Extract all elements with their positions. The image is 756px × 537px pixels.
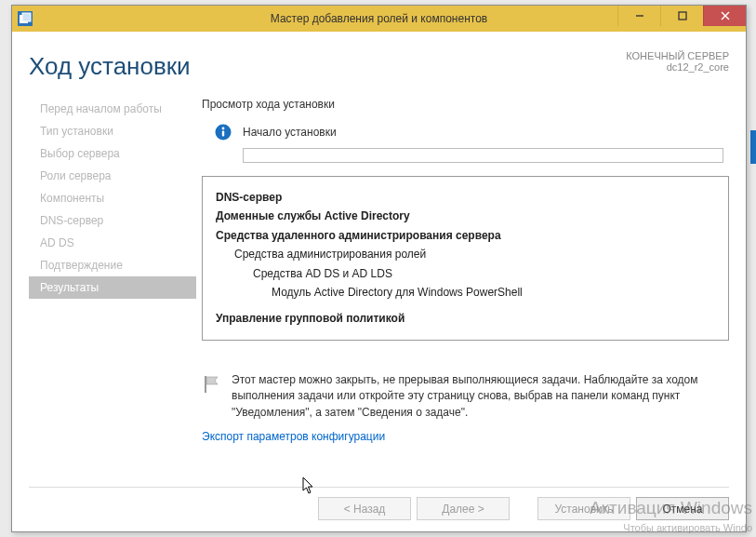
detail-line: Модуль Active Directory для Windows Powe… — [216, 283, 715, 302]
maximize-button[interactable] — [660, 6, 703, 26]
back-button: < Назад — [318, 497, 411, 520]
info-icon — [215, 124, 232, 141]
flag-icon — [202, 374, 222, 395]
sidebar-item-results: Результаты — [29, 276, 196, 299]
sidebar-item-server-roles: Роли сервера — [29, 165, 196, 187]
note-text: Этот мастер можно закрыть, не прерывая в… — [232, 372, 723, 421]
background-accent — [750, 130, 756, 164]
sidebar-item-server-selection: Выбор сервера — [29, 142, 196, 165]
cancel-button[interactable]: Отмена — [636, 497, 729, 520]
detail-line: Доменные службы Active Directory — [216, 207, 715, 225]
status-text: Начало установки — [243, 126, 337, 139]
destination-server-info: КОНЕЧНЫЙ СЕРВЕР dc12_r2_core — [626, 50, 729, 73]
svg-point-8 — [222, 128, 225, 130]
detail-line: Средства удаленного администрирования се… — [216, 226, 715, 245]
progress-bar — [243, 148, 723, 163]
minimize-button[interactable] — [617, 6, 660, 26]
detail-line: Средства AD DS и AD LDS — [216, 264, 715, 283]
progress-section-label: Просмотр хода установки — [202, 98, 729, 111]
wizard-footer: < Назад Далее > Установить Отмена — [29, 487, 729, 520]
svg-rect-4 — [679, 12, 686, 20]
sidebar-item-features: Компоненты — [29, 187, 196, 209]
sidebar-item-before-you-begin: Перед началом работы — [29, 98, 196, 120]
titlebar[interactable]: Мастер добавления ролей и компонентов — [12, 6, 746, 32]
detail-line: DNS-сервер — [216, 188, 715, 207]
sidebar-item-install-type: Тип установки — [29, 120, 196, 142]
export-config-link[interactable]: Экспорт параметров конфигурации — [202, 430, 729, 443]
wizard-window: Мастер добавления ролей и компонентов Хо… — [11, 5, 747, 532]
page-title: Ход установки — [29, 52, 191, 81]
wizard-steps-sidebar: Перед началом работы Тип установки Выбор… — [29, 94, 196, 481]
next-button: Далее > — [417, 497, 510, 520]
detail-line: Средства администрирования ролей — [216, 245, 715, 263]
install-button: Установить — [537, 497, 630, 520]
sidebar-item-confirmation: Подтверждение — [29, 254, 196, 276]
sidebar-item-adds: AD DS — [29, 232, 196, 254]
sidebar-item-dns: DNS-сервер — [29, 209, 196, 232]
svg-rect-9 — [222, 131, 224, 137]
mouse-cursor-icon — [302, 477, 315, 495]
install-details-box: DNS-сервер Доменные службы Active Direct… — [202, 176, 729, 341]
detail-line: Управление групповой политикой — [216, 309, 715, 328]
destination-label: КОНЕЧНЫЙ СЕРВЕР — [626, 50, 729, 61]
close-button[interactable] — [703, 6, 746, 26]
destination-name: dc12_r2_core — [626, 61, 729, 73]
svg-rect-10 — [205, 376, 206, 393]
